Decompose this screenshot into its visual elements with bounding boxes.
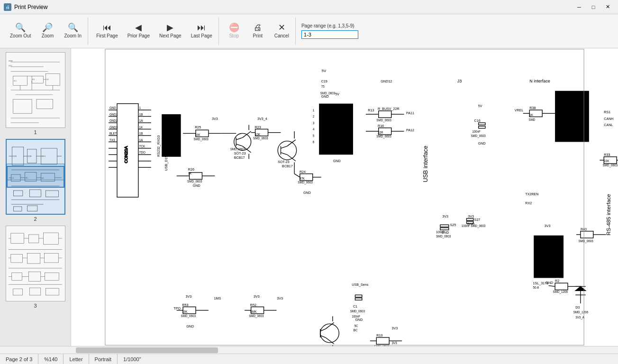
- svg-text:SMD_0603: SMD_0603: [350, 309, 365, 313]
- svg-text:47K: 47K: [300, 177, 305, 180]
- svg-text:DI: DI: [535, 255, 538, 258]
- zoom-in-button[interactable]: 🔍 Zoom In: [60, 18, 86, 45]
- svg-text:GND: GND: [333, 159, 341, 163]
- svg-text:N interface: N interface: [529, 79, 550, 83]
- svg-text:SMD_0603: SMD_0603: [320, 91, 336, 95]
- svg-text:R16: R16: [378, 124, 384, 128]
- next-page-button[interactable]: ▶ Next Page: [155, 18, 186, 45]
- svg-text:U2: U2: [46, 78, 48, 81]
- print-button[interactable]: 🖨 Print: [246, 18, 269, 45]
- svg-text:R1: R1: [32, 78, 35, 81]
- svg-text:3V3_A: 3V3_A: [575, 316, 585, 319]
- svg-text:CANH: CANH: [604, 117, 613, 121]
- svg-text:TPO: TPO: [173, 307, 181, 310]
- svg-text:50-8: 50-8: [556, 105, 563, 109]
- svg-text:1A: 1A: [139, 119, 143, 122]
- title-bar-title: Print Preview: [14, 4, 48, 10]
- svg-text:SMD_0603: SMD_0603: [187, 180, 202, 183]
- svg-text:CANH: CANH: [570, 117, 578, 120]
- status-bar: Page 2 of 3 %140 Letter Portrait 1/1000": [0, 354, 618, 364]
- svg-text:3V3: 3V3: [277, 297, 283, 300]
- svg-text:BLET: BLET: [109, 132, 117, 135]
- svg-text:SOT-23: SOT-23: [234, 152, 246, 155]
- svg-text:3V3: 3V3: [254, 295, 260, 299]
- svg-text:RS1: RS1: [604, 110, 610, 114]
- svg-text:GND: GND: [186, 325, 194, 328]
- maximize-button[interactable]: □: [587, 2, 600, 12]
- svg-text:SMD_0603: SMD_0603: [181, 314, 196, 318]
- page-thumb-3[interactable]: 3: [4, 226, 67, 309]
- svg-text:TDO: TDO: [139, 151, 145, 154]
- svg-text:2: 2: [313, 115, 315, 118]
- svg-text:100nF: 100nF: [352, 315, 360, 318]
- svg-text:CANL: CANL: [604, 123, 613, 127]
- minimize-button[interactable]: ─: [573, 2, 586, 12]
- svg-text:R40: R40: [581, 228, 587, 231]
- svg-text:RCLAMP: RCLAMP: [320, 114, 335, 118]
- svg-text:GCC: GCC: [557, 111, 564, 115]
- svg-text:3V3: 3V3: [442, 215, 448, 218]
- svg-text:SMD_0603: SMD_0603: [436, 235, 451, 238]
- content-area[interactable]: CON20A: [71, 48, 618, 346]
- page-thumb-1[interactable]: GND VCC IC1 R1 U2 1: [4, 52, 67, 135]
- svg-text:USB_Sens: USB_Sens: [352, 283, 368, 287]
- svg-text:RO: RO: [556, 246, 562, 249]
- schematic-view: CON20A: [71, 48, 618, 346]
- svg-text:50-8: 50-8: [533, 286, 539, 289]
- svg-rect-81: [104, 48, 585, 346]
- page-thumb-number-2: 2: [34, 216, 36, 222]
- svg-text:14: 14: [139, 126, 143, 129]
- svg-text:SMD: SMD: [528, 118, 535, 121]
- prior-page-button[interactable]: ◀ Prior Page: [123, 18, 154, 45]
- page-range-input[interactable]: [301, 30, 358, 39]
- horizontal-scrollbar[interactable]: [0, 346, 618, 354]
- svg-text:1A: 1A: [139, 138, 143, 142]
- last-page-button[interactable]: ⏭ Last Page: [187, 18, 217, 45]
- svg-text:B: B: [556, 255, 559, 259]
- action-group: ⛔ Stop 🖨 Print ✕ Cancel: [221, 18, 296, 45]
- svg-text:SMD_0603: SMD_0603: [298, 181, 313, 184]
- svg-text:100nF: 100nF: [436, 230, 445, 234]
- svg-text:SMK: SMK: [250, 310, 257, 313]
- svg-text:GND12: GND12: [381, 80, 392, 83]
- svg-text:GND: GND: [303, 191, 311, 195]
- paper-status: Letter: [64, 354, 89, 364]
- svg-text:TCK: TCK: [139, 145, 145, 148]
- svg-text:GND2: GND2: [109, 119, 118, 122]
- main-area: GND VCC IC1 R1 U2 1: [0, 48, 618, 346]
- zoom-button[interactable]: 🔎 Zoom: [36, 18, 59, 45]
- svg-text:VCC: VCC: [8, 64, 12, 67]
- svg-text:0502A: 0502A: [320, 118, 330, 122]
- svg-text:GND: GND: [478, 142, 486, 146]
- svg-text:SMD_0603: SMD_0603: [376, 118, 391, 122]
- svg-text:GND: GND: [321, 95, 329, 99]
- svg-text:SMD_0603: SMD_0603: [376, 135, 391, 138]
- svg-text:10K: 10K: [604, 159, 609, 163]
- svg-text:U4: U4: [557, 95, 563, 100]
- close-button[interactable]: ✕: [601, 2, 614, 12]
- toolbar: 🔍 Zoom Out 🔎 Zoom 🔍 Zoom In ⏮ First Page…: [0, 14, 618, 48]
- schematic-svg: CON20A: [71, 48, 618, 346]
- print-icon: 🖨: [254, 23, 262, 32]
- svg-text:RX2: RX2: [525, 201, 532, 205]
- orientation-status: Portrait: [89, 354, 118, 364]
- svg-text:R10: R10: [376, 334, 382, 337]
- zoom-out-button[interactable]: 🔍 Zoom Out: [6, 18, 35, 45]
- svg-text:SMD_1206: SMD_1206: [553, 290, 568, 294]
- svg-text:75: 75: [321, 85, 325, 88]
- page-thumb-2[interactable]: CON USB MCU C1 R5 U4 2: [4, 139, 67, 222]
- svg-text:TX3: TX3: [109, 138, 115, 142]
- svg-text:R23: R23: [255, 126, 261, 129]
- svg-text:R38: R38: [529, 106, 536, 110]
- svg-text:SOT-23: SOT-23: [278, 160, 290, 164]
- navigation-group: ⏮ First Page ◀ Prior Page ▶ Next Page ⏭ …: [90, 18, 219, 45]
- zoom-group: 🔍 Zoom Out 🔎 Zoom 🔍 Zoom In: [4, 18, 88, 45]
- svg-text:SMD_0603: SMD_0603: [471, 134, 486, 138]
- page-range-label: Page range (e.g. 1,3,5-9): [301, 23, 358, 28]
- svg-text:SMD_0603: SMD_0603: [603, 164, 618, 167]
- first-page-icon: ⏮: [103, 23, 111, 32]
- first-page-button[interactable]: ⏮ First Page: [92, 18, 122, 45]
- stop-button[interactable]: ⛔ Stop: [223, 18, 245, 45]
- svg-text:3V3: 3V3: [185, 295, 191, 299]
- cancel-button[interactable]: ✕ Cancel: [270, 18, 293, 45]
